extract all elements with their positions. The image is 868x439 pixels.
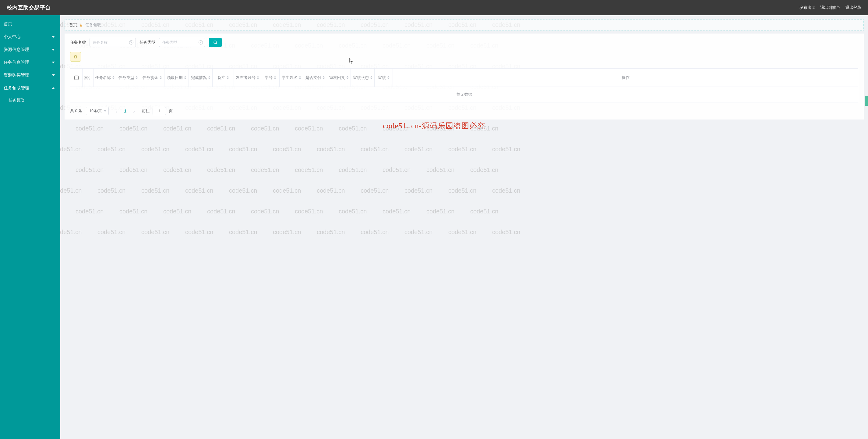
sidebar-item-label: 任务信息管理 (4, 60, 29, 65)
sidebar-item-label: 任务领取 (8, 97, 24, 103)
task-name-input-wrap: ✕ (90, 38, 136, 47)
table-header: 索引 任务名称 任务类型 任务赏金 领取日期 完成情况 备注 发布者账号 学号 … (70, 68, 858, 87)
jump-to-page: 前往 页 (142, 107, 173, 115)
col-operation: 操作 (393, 68, 858, 87)
sort-icon (299, 76, 301, 79)
task-type-label: 任务类型 (140, 40, 155, 45)
col-publisher[interactable]: 发布者账号 (234, 68, 261, 87)
page-size-select[interactable]: 10条/页 (86, 107, 109, 115)
sidebar-item-task-info[interactable]: 任务信息管理 (0, 56, 60, 69)
col-claim-date[interactable]: 领取日期 (164, 68, 189, 87)
toolbar (70, 52, 858, 62)
col-paid[interactable]: 是否支付 (303, 68, 327, 87)
breadcrumb: 首页 // 任务领取 (65, 20, 864, 30)
col-student-name[interactable]: 学生姓名 (280, 68, 303, 87)
search-icon (213, 40, 218, 45)
sidebar-item-task-claim-manage[interactable]: 任务领取管理 (0, 82, 60, 94)
main-content: 首页 // 任务领取 任务名称 ✕ 任务类型 ✕ (60, 15, 868, 119)
total-text: 共 0 条 (70, 108, 82, 114)
app-title: 校内互助交易平台 (7, 4, 51, 11)
sidebar-item-label: 首页 (4, 21, 12, 27)
sidebar-item-home[interactable]: 首页 (0, 18, 60, 30)
sidebar-item-label: 个人中心 (4, 34, 21, 40)
jump-page-input[interactable] (153, 107, 166, 115)
col-remark[interactable]: 备注 (213, 68, 234, 87)
content-card: 任务名称 ✕ 任务类型 ✕ 索引 任务名称 任务 (65, 33, 864, 119)
sort-icon (112, 76, 115, 79)
empty-text: 暂无数据 (70, 87, 858, 102)
sidebar-item-profile[interactable]: 个人中心 (0, 30, 60, 43)
sort-icon (387, 76, 390, 79)
prev-page-button[interactable]: ‹ (113, 107, 120, 115)
col-task-name[interactable]: 任务名称 (93, 68, 116, 87)
scroll-handle[interactable] (865, 96, 868, 106)
app-header: 校内互助交易平台 发布者 2 退出到前台 退出登录 (0, 0, 868, 15)
select-all-checkbox[interactable] (74, 76, 79, 80)
sidebar-item-label: 资源信息管理 (4, 47, 29, 53)
sort-icon (208, 76, 211, 79)
col-checkbox (70, 68, 83, 87)
col-audit-reply[interactable]: 审核回复 (327, 68, 351, 87)
sidebar-item-label: 资源购买管理 (4, 72, 29, 78)
sidebar-item-resource-info[interactable]: 资源信息管理 (0, 43, 60, 56)
sort-icon (322, 76, 325, 79)
svg-line-1 (216, 43, 217, 44)
clear-icon[interactable]: ✕ (129, 40, 133, 45)
col-audit-status[interactable]: 审核状态 (351, 68, 375, 87)
breadcrumb-separator: // (80, 23, 82, 27)
col-reward[interactable]: 任务赏金 (140, 68, 164, 87)
chevron-down-icon (52, 75, 55, 76)
current-page: 1 (124, 109, 126, 113)
trash-icon (73, 55, 78, 59)
col-completion[interactable]: 完成情况 (189, 68, 213, 87)
clear-icon[interactable]: ✕ (198, 40, 203, 45)
sidebar-subitem-task-claim[interactable]: 任务领取 (0, 94, 60, 106)
sort-icon (257, 76, 259, 79)
chevron-down-icon (52, 49, 55, 51)
delete-button[interactable] (70, 52, 81, 62)
sort-icon (274, 76, 276, 79)
search-row: 任务名称 ✕ 任务类型 ✕ (70, 38, 858, 47)
sort-icon (370, 76, 372, 79)
chevron-down-icon (52, 36, 55, 38)
sort-icon (346, 76, 349, 79)
next-page-button[interactable]: › (130, 107, 138, 115)
sort-icon (135, 76, 138, 79)
sidebar: 首页 个人中心 资源信息管理 任务信息管理 资源购买管理 任务领取管理 任务领取 (0, 15, 60, 119)
search-button[interactable] (209, 38, 222, 47)
sort-icon (226, 76, 229, 79)
data-table: 索引 任务名称 任务类型 任务赏金 领取日期 完成情况 备注 发布者账号 学号 … (70, 68, 858, 103)
exit-to-front-link[interactable]: 退出到前台 (820, 5, 840, 10)
user-label: 发布者 2 (800, 5, 815, 10)
col-audit[interactable]: 审核 (375, 68, 393, 87)
col-index: 索引 (83, 68, 93, 87)
chevron-up-icon (52, 87, 55, 89)
chevron-down-icon (52, 62, 55, 63)
task-name-label: 任务名称 (70, 40, 86, 45)
sort-icon (160, 76, 162, 79)
task-type-select-wrap: ✕ (159, 38, 205, 47)
sidebar-item-label: 任务领取管理 (4, 85, 29, 91)
breadcrumb-home[interactable]: 首页 (69, 22, 77, 28)
header-right: 发布者 2 退出到前台 退出登录 (800, 5, 861, 10)
col-student-no[interactable]: 学号 (261, 68, 280, 87)
logout-link[interactable]: 退出登录 (845, 5, 861, 10)
breadcrumb-current: 任务领取 (85, 22, 101, 28)
svg-point-0 (214, 40, 216, 43)
sidebar-item-resource-buy[interactable]: 资源购买管理 (0, 69, 60, 82)
pagination: 共 0 条 10条/页 ‹ 1 › 前往 页 (70, 107, 858, 115)
sort-icon (184, 76, 186, 79)
col-task-type[interactable]: 任务类型 (116, 68, 140, 87)
